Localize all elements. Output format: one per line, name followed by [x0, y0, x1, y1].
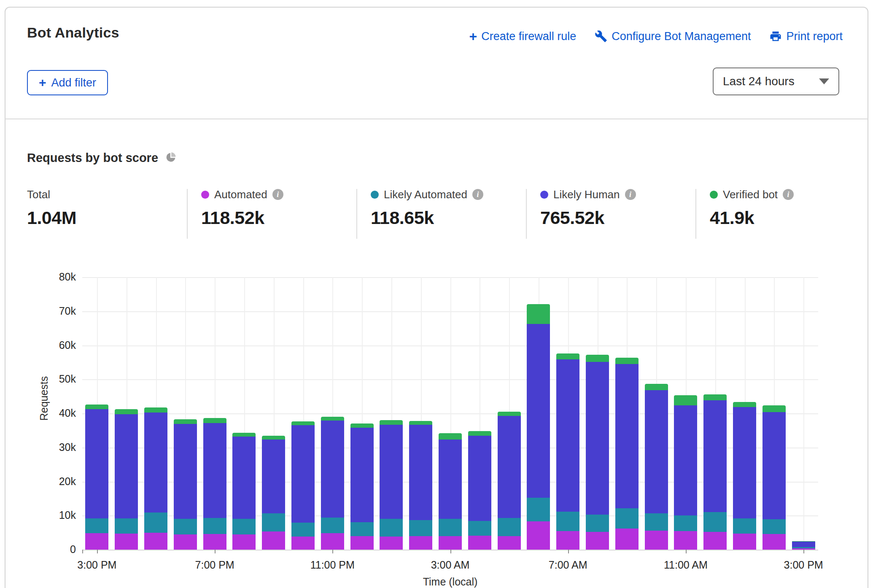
- bar-segment-automated: [733, 534, 756, 550]
- info-icon[interactable]: i: [472, 189, 483, 200]
- y-axis-tick-label: 50k: [42, 373, 76, 385]
- verified-bot-legend-dot: [710, 191, 718, 199]
- bar-9:00 PM: [262, 436, 285, 550]
- bar-segment-automated: [85, 533, 108, 550]
- bar-segment-verified-bot: [203, 418, 226, 423]
- bar-segment-likely-human: [733, 407, 756, 518]
- bar-segment-verified-bot: [586, 355, 609, 362]
- print-report-link[interactable]: Print report: [769, 30, 843, 43]
- bar-2:00 AM: [409, 421, 432, 550]
- bar-segment-likely-automated: [792, 547, 815, 548]
- bar-segment-likely-human: [556, 359, 579, 511]
- info-icon[interactable]: i: [783, 189, 794, 200]
- bar-segment-likely-automated: [645, 513, 668, 531]
- bar-12:00 AM: [350, 423, 374, 550]
- add-filter-label: Add filter: [51, 76, 97, 89]
- bar-segment-verified-bot: [144, 407, 167, 413]
- likely-human-legend-dot: [540, 191, 548, 199]
- bar-6:00 AM: [527, 304, 550, 550]
- x-axis-tick-label: 7:00 AM: [549, 559, 587, 571]
- bar-segment-likely-human: [262, 440, 285, 513]
- stat-separator: [356, 189, 357, 239]
- stat-separator: [695, 189, 696, 239]
- bar-segment-likely-automated: [144, 512, 167, 533]
- bar-segment-likely-automated: [615, 508, 639, 529]
- bar-segment-likely-human: [144, 413, 167, 512]
- bar-segment-automated: [409, 536, 432, 550]
- bar-segment-likely-human: [409, 425, 432, 520]
- bar-segment-likely-human: [174, 424, 197, 519]
- bar-segment-automated: [556, 531, 579, 550]
- bar-segment-verified-bot: [527, 304, 550, 324]
- stat-separator: [187, 189, 188, 239]
- bar-segment-verified-bot: [232, 433, 256, 437]
- bar-segment-likely-automated: [85, 518, 108, 534]
- x-axis-tick-label: 11:00 AM: [664, 559, 708, 571]
- bar-3:00 PM: [85, 405, 108, 550]
- x-axis-tick: [803, 550, 804, 553]
- stat-label: Likely Human: [553, 188, 620, 201]
- pie-chart-icon: [165, 151, 177, 165]
- configure-bot-management-label: Configure Bot Management: [612, 30, 751, 43]
- bar-segment-likely-automated: [291, 523, 315, 537]
- bar-segment-likely-human: [321, 421, 344, 518]
- stat-verified-bot: Verified bot i 41.9k: [710, 187, 862, 228]
- add-filter-button[interactable]: + Add filter: [27, 70, 108, 95]
- bar-segment-verified-bot: [439, 433, 462, 440]
- bar-segment-likely-automated: [350, 522, 374, 536]
- bar-segment-likely-automated: [586, 515, 609, 532]
- x-axis-title: Time (local): [423, 576, 478, 588]
- bar-segment-automated: [321, 533, 344, 550]
- time-range-select[interactable]: Last 24 hours: [713, 67, 839, 95]
- bar-segment-likely-automated: [262, 513, 285, 531]
- configure-bot-management-link[interactable]: Configure Bot Management: [595, 30, 751, 43]
- bar-segment-likely-automated: [556, 512, 579, 531]
- bar-segment-likely-automated: [380, 519, 403, 537]
- stat-value: 765.52k: [540, 208, 692, 228]
- bar-12:00 PM: [703, 394, 727, 550]
- section-heading: Requests by bot score: [27, 151, 177, 165]
- wrench-icon: [595, 30, 607, 43]
- bar-segment-likely-human: [586, 362, 609, 515]
- x-axis-tick: [215, 550, 216, 553]
- stat-value: 41.9k: [710, 208, 862, 228]
- bar-segment-automated: [498, 536, 521, 550]
- bar-segment-likely-human: [674, 405, 697, 516]
- bar-segment-likely-automated: [409, 520, 432, 536]
- bar-segment-likely-human: [85, 409, 108, 518]
- stat-label: Total: [27, 188, 50, 201]
- x-axis-tick: [686, 550, 687, 553]
- bar-segment-automated: [703, 532, 727, 550]
- x-axis-tick-label: 3:00 AM: [431, 559, 470, 571]
- bot-analytics-page: Bot Analytics + Create firewall rule Con…: [0, 0, 873, 588]
- y-axis-tick-label: 30k: [42, 441, 76, 453]
- x-axis-tick-label: 11:00 PM: [310, 559, 355, 571]
- bar-segment-automated: [586, 532, 609, 550]
- x-axis-tick-label: 3:00 PM: [784, 559, 823, 571]
- bar-5:00 PM: [144, 407, 167, 550]
- bar-segment-likely-human: [498, 416, 521, 518]
- bar-8:00 PM: [232, 433, 256, 550]
- bar-segment-automated: [615, 529, 639, 550]
- bar-segment-likely-automated: [703, 512, 727, 532]
- bar-segment-likely-human: [763, 412, 786, 519]
- plus-icon: +: [39, 76, 46, 89]
- gridline-x: [803, 277, 804, 550]
- bar-1:00 AM: [380, 420, 403, 550]
- bar-segment-likely-automated: [174, 519, 197, 534]
- bar-segment-verified-bot: [350, 423, 374, 428]
- create-firewall-rule-link[interactable]: + Create firewall rule: [469, 30, 576, 43]
- bar-segment-verified-bot: [291, 421, 315, 425]
- bar-segment-verified-bot: [763, 405, 786, 412]
- stat-value: 118.52k: [201, 208, 353, 228]
- y-axis-tick-label: 70k: [42, 305, 76, 317]
- bar-segment-verified-bot: [674, 395, 697, 405]
- bar-segment-likely-automated: [733, 518, 756, 534]
- bar-segment-automated: [645, 531, 668, 550]
- bar-segment-likely-automated: [674, 515, 697, 531]
- bar-7:00 PM: [203, 418, 226, 550]
- bar-segment-likely-automated: [321, 518, 344, 533]
- info-icon[interactable]: i: [625, 189, 636, 200]
- info-icon[interactable]: i: [272, 189, 283, 200]
- bar-3:00 PM: [792, 541, 815, 550]
